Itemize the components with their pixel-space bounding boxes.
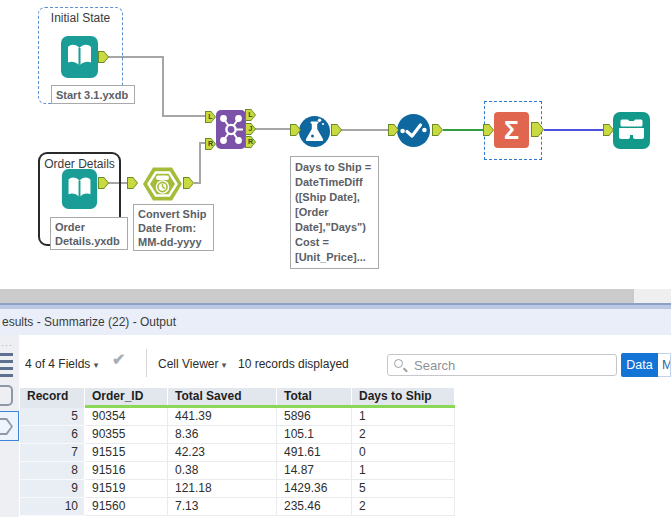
binoculars-icon xyxy=(613,112,650,149)
output-anchor[interactable] xyxy=(531,122,544,137)
table-row: 6 90355 8.36 105.1 2 xyxy=(20,426,455,444)
cell-total-saved[interactable]: 42.23 xyxy=(168,444,277,462)
input-anchor[interactable] xyxy=(290,124,301,136)
column-header-days-to-ship[interactable]: Days to Ship xyxy=(352,388,455,408)
cell-viewer-label: Cell Viewer xyxy=(158,357,218,371)
cell-days-to-ship[interactable]: 2 xyxy=(352,498,455,516)
cell-order-id[interactable]: 91560 xyxy=(85,498,168,516)
join-tool[interactable] xyxy=(216,110,246,149)
cell-order-id[interactable]: 90355 xyxy=(85,426,168,444)
output-anchor[interactable] xyxy=(98,177,109,189)
cell-total-saved[interactable]: 121.18 xyxy=(168,480,277,498)
open-book-icon xyxy=(61,36,98,78)
chevron-down-icon: ▾ xyxy=(222,360,227,370)
cell-days-to-ship[interactable]: 1 xyxy=(352,408,455,426)
output-anchor[interactable] xyxy=(183,177,194,189)
input-anchor[interactable] xyxy=(603,124,614,136)
results-panel-title: esults - Summarize (22) - Output xyxy=(0,309,671,335)
table-row: 7 91515 42.23 491.61 0 xyxy=(20,444,455,462)
search-icon xyxy=(394,359,403,368)
output-anchor[interactable] xyxy=(98,51,109,63)
tool-annotation-datetime[interactable]: Convert Ship Date From: MM-dd-yyyy xyxy=(133,204,214,251)
cell-total[interactable]: 491.61 xyxy=(277,444,352,462)
anchor-label: R xyxy=(245,136,256,148)
column-header-order-id[interactable]: Order_ID xyxy=(85,388,168,408)
cell-order-id[interactable]: 91519 xyxy=(85,480,168,498)
table-row: 8 91516 0.38 14.87 1 xyxy=(20,462,455,480)
join-output-anchor-J[interactable]: J xyxy=(245,123,256,135)
cell-order-id[interactable]: 90354 xyxy=(85,408,168,426)
input-anchor[interactable] xyxy=(483,124,494,136)
fields-dropdown[interactable]: 4 of 4 Fields ▾ xyxy=(25,352,98,377)
workflow-canvas[interactable]: Initial State Order Details xyxy=(0,0,671,292)
cell-total[interactable]: 14.87 xyxy=(277,462,352,480)
sigma-icon: Σ xyxy=(504,116,519,144)
cell-total[interactable]: 235.46 xyxy=(277,498,352,516)
results-data-grid: Record Order_ID Total Saved Total Days t… xyxy=(20,388,455,516)
summarize-tool[interactable]: Σ xyxy=(494,112,529,148)
browse-tool[interactable] xyxy=(613,112,650,149)
cell-days-to-ship[interactable]: 0 xyxy=(352,444,455,462)
open-book-icon xyxy=(61,169,98,209)
input-anchor[interactable] xyxy=(127,177,138,189)
cell-total[interactable]: 5896 xyxy=(277,408,352,426)
metadata-tab-button[interactable]: M xyxy=(658,353,671,377)
clock-hexagon-icon xyxy=(142,164,183,204)
cell-days-to-ship[interactable]: 5 xyxy=(352,480,455,498)
cell-order-id[interactable]: 91516 xyxy=(85,462,168,480)
column-header-total[interactable]: Total xyxy=(277,388,352,408)
datetime-tool[interactable] xyxy=(142,164,183,204)
input-data-tool-order-details[interactable] xyxy=(61,169,98,209)
input-data-tool-start[interactable] xyxy=(61,36,98,78)
join-input-anchor-right[interactable]: R xyxy=(205,138,216,150)
cell-total-saved[interactable]: 0.38 xyxy=(168,462,277,480)
output-anchor[interactable] xyxy=(331,124,342,136)
table-view-icon[interactable] xyxy=(0,353,13,378)
table-row: 10 91560 7.13 235.46 2 xyxy=(20,498,455,516)
cell-order-id[interactable]: 91515 xyxy=(85,444,168,462)
panel-resize-grip[interactable]: ··· xyxy=(1,341,17,349)
data-tab-button[interactable]: Data xyxy=(621,353,658,377)
cell-total-saved[interactable]: 8.36 xyxy=(168,426,277,444)
record-number-cell[interactable]: 7 xyxy=(20,444,85,462)
tool-annotation-formula[interactable]: Days to Ship = DateTimeDiff ([Ship Date]… xyxy=(290,156,379,269)
tool-annotation-order-details[interactable]: Order Details.yxdb xyxy=(50,217,128,250)
chevron-down-icon: ▾ xyxy=(94,360,99,370)
toolbar-divider xyxy=(146,349,147,377)
formula-tool[interactable] xyxy=(299,116,330,147)
tool-annotation-start[interactable]: Start 3.1.yxdb xyxy=(51,85,135,104)
cell-total-saved[interactable]: 441.39 xyxy=(168,408,277,426)
anchor-label: L xyxy=(205,111,216,123)
horizontal-scrollbar-thumb[interactable] xyxy=(0,289,634,303)
anchor-label: L xyxy=(245,109,256,121)
cell-days-to-ship[interactable]: 1 xyxy=(352,462,455,480)
anchor-label: J xyxy=(245,123,256,135)
join-output-anchor-R[interactable]: R xyxy=(245,136,256,148)
cell-total[interactable]: 105.1 xyxy=(277,426,352,444)
record-number-cell[interactable]: 10 xyxy=(20,498,85,516)
apply-check-icon[interactable]: ✔ xyxy=(112,350,125,369)
input-anchor[interactable] xyxy=(388,124,399,136)
join-output-anchor-L[interactable]: L xyxy=(245,109,256,121)
join-input-anchor-left[interactable]: L xyxy=(205,111,216,123)
table-row: 9 91519 121.18 1429.36 5 xyxy=(20,480,455,498)
cell-viewer-dropdown[interactable]: Cell Viewer ▾ xyxy=(158,352,226,377)
cell-total-saved[interactable]: 7.13 xyxy=(168,498,277,516)
fields-dropdown-label: 4 of 4 Fields xyxy=(25,357,90,371)
column-header-total-saved[interactable]: Total Saved xyxy=(168,388,277,408)
cell-total[interactable]: 1429.36 xyxy=(277,480,352,498)
horizontal-scrollbar-track[interactable] xyxy=(634,289,671,303)
record-number-cell[interactable]: 6 xyxy=(20,426,85,444)
record-number-cell[interactable]: 8 xyxy=(20,462,85,480)
grid-header-row: Record Order_ID Total Saved Total Days t… xyxy=(20,388,455,408)
flask-icon xyxy=(299,116,330,147)
select-tool[interactable] xyxy=(397,114,430,147)
container-title: Initial State xyxy=(39,11,122,25)
preview-view-icon[interactable] xyxy=(0,385,13,406)
output-anchor[interactable] xyxy=(432,124,443,136)
record-number-cell[interactable]: 5 xyxy=(20,408,85,426)
cell-days-to-ship[interactable]: 2 xyxy=(352,426,455,444)
record-number-cell[interactable]: 9 xyxy=(20,480,85,498)
column-header-record[interactable]: Record xyxy=(20,388,85,408)
search-input[interactable] xyxy=(387,354,617,376)
